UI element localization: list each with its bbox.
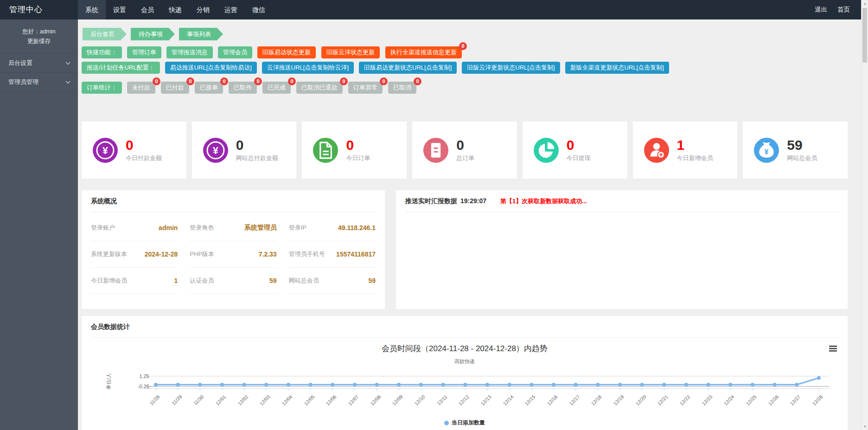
overview-cell: 认证会员59 — [190, 268, 276, 294]
order-stat-button[interactable]: 已取消已退款 — [296, 82, 343, 94]
chart-legend[interactable]: 当日添加数量 — [82, 419, 848, 427]
top-menu-item[interactable]: 分销 — [189, 0, 217, 19]
breadcrumb: 后台首页待办事项事项列表 — [83, 28, 847, 40]
note-icon — [423, 138, 448, 163]
order-stats-label: 订单统计： — [82, 82, 122, 94]
chevron-down-icon — [65, 78, 70, 85]
stat-card-label: 总订单 — [456, 154, 474, 162]
refresh-cache-link[interactable]: 更新缓存 — [0, 37, 78, 46]
legend-label: 当日添加数量 — [452, 419, 485, 427]
top-menu-item[interactable]: 会员 — [134, 0, 161, 19]
order-stat-button[interactable]: 未付款 — [127, 82, 155, 94]
stat-card-text: 59网站总会员 — [787, 138, 817, 163]
stat-card-label: 今日订单 — [346, 154, 370, 162]
sidebar-item[interactable]: 管理员管理 — [0, 72, 78, 92]
scroll-up-icon[interactable]: ▲ — [862, 2, 868, 5]
push-report-time: 19:29:07 — [460, 197, 486, 205]
overview-label: 登录IP — [289, 224, 306, 232]
divider — [405, 212, 838, 212]
stat-card-value: 1 — [677, 138, 713, 153]
count-badge: 0 — [414, 77, 421, 85]
overview-value: 49.118.246.1 — [338, 224, 376, 231]
quick-action-button[interactable]: 管理订单 — [127, 46, 161, 58]
page-scrollbar[interactable]: ▲ ▼ — [861, 0, 868, 430]
stat-card-value: 0 — [236, 138, 278, 153]
order-stat-button[interactable]: 已付款 — [161, 82, 189, 94]
overview-label: 系统更新版本 — [91, 250, 127, 258]
top-menu-item[interactable]: 设置 — [106, 0, 134, 19]
status-update-button[interactable]: 旧版易达状态更新 — [257, 46, 316, 58]
push-config-label: 推送/计划任务URL配置： — [82, 62, 160, 74]
quick-action-button[interactable]: 管理会员 — [218, 46, 252, 58]
copy-url-button[interactable]: 易达推送URL[点击复制给易达] — [165, 62, 257, 74]
breadcrumb-item[interactable]: 事项列表 — [179, 28, 223, 40]
push-report-panel: 推送实时汇报数据19:29:07第【1】次获取新数据获取成功... — [396, 190, 848, 309]
stat-card-value: 0 — [346, 138, 370, 153]
top-menu-item[interactable]: 运营 — [217, 0, 245, 19]
quick-action-button[interactable]: 管理推送消息 — [166, 46, 213, 58]
overview-value: admin — [159, 224, 178, 231]
overview-cell: 系统更新版本2024-12-28 — [91, 241, 178, 268]
topbar-link[interactable]: 退出 — [810, 0, 832, 19]
push-report-message: 第【1】次获取新数据获取成功... — [500, 198, 587, 205]
panels-row: 系统概况 登录账户admin登录角色系统管理员登录IP49.118.246.1系… — [82, 190, 848, 309]
overview-label: 网站总会员 — [289, 276, 319, 285]
copy-url-button[interactable]: 旧版易达更新状态URL[点击复制] — [359, 62, 457, 74]
sidebar-item[interactable]: 后台设置 — [0, 53, 78, 72]
copy-url-button[interactable]: 新版全渠道更新状态URL[点击复制] — [565, 62, 669, 74]
stat-card: 0今日订单 — [302, 122, 407, 179]
overview-value: 59 — [368, 277, 376, 284]
top-menu: 系统设置会员快递分销运营微信 — [78, 0, 273, 19]
overview-value: 系统管理员 — [244, 224, 277, 232]
orange-button-wrap: 旧版云洋状态更新 — [321, 46, 380, 58]
order-stat-button[interactable]: 已接单 — [195, 82, 223, 94]
legend-marker-icon — [444, 421, 449, 425]
sidebar-user-block: 您好：admin 更新缓存 — [0, 19, 78, 53]
svg-text:-0.25: -0.25 — [138, 384, 149, 389]
svg-text:单位/人: 单位/人 — [106, 373, 111, 390]
trend-chart: 1.25-0.25单位/人11/2811/2911/3012/0112/0212… — [82, 370, 848, 430]
stat-card-label: 网站总付款金额 — [236, 154, 278, 162]
svg-text:¥: ¥ — [102, 145, 108, 156]
stat-card-text: 0今日订单 — [346, 138, 370, 163]
breadcrumb-item[interactable]: 后台首页 — [83, 28, 127, 40]
top-menu-item[interactable]: 微信 — [245, 0, 273, 19]
scroll-down-icon[interactable]: ▼ — [862, 425, 868, 428]
pie-icon — [534, 138, 559, 163]
order-stat-button[interactable]: 订单异常 — [348, 82, 383, 94]
order-stat-button[interactable]: 已完成 — [262, 82, 291, 94]
stat-card: 0总订单 — [412, 122, 517, 179]
sidebar-item-label: 后台设置 — [8, 59, 32, 67]
status-update-button[interactable]: 旧版云洋状态更新 — [321, 46, 380, 58]
sidebar: 您好：admin 更新缓存 后台设置管理员管理 — [0, 19, 78, 430]
count-badge: 0 — [220, 77, 228, 85]
scrollbar-thumb[interactable] — [862, 8, 867, 63]
overview-cell: 管理员手机号15574116817 — [289, 241, 376, 268]
count-badge: 0 — [288, 77, 296, 85]
sidebar-item-label: 管理员管理 — [8, 78, 38, 86]
status-update-button[interactable]: 执行全渠道推送信息更新 — [385, 46, 462, 58]
stat-card-label: 今日新增会员 — [677, 154, 713, 162]
push-config-row: 推送/计划任务URL配置：易达推送URL[点击复制给易达]云洋推送URL[点击复… — [82, 62, 848, 74]
order-stat-button[interactable]: 已取件 — [229, 82, 257, 94]
order-stat-wrap: 未付款0 — [127, 82, 155, 94]
stat-card-text: 1今日新增会员 — [677, 138, 713, 163]
chart-title: 会员时间段（2024-11-28 - 2024-12-28）内趋势 — [82, 343, 848, 354]
top-menu-item[interactable]: 系统 — [78, 0, 106, 19]
overview-label: 认证会员 — [190, 276, 214, 285]
stat-card-value: 0 — [567, 138, 591, 153]
stat-card-text: 0总订单 — [456, 138, 474, 163]
copy-url-button[interactable]: 旧版云洋更新状态URL[点击复制] — [462, 62, 560, 74]
top-menu-item[interactable]: 快递 — [161, 0, 189, 19]
overview-label: 登录账户 — [91, 224, 115, 232]
count-badge: 0 — [459, 42, 467, 50]
topbar-link[interactable]: 首页 — [832, 0, 855, 19]
copy-url-button[interactable]: 云洋推送URL[点击复制给云洋] — [262, 62, 354, 74]
order-stat-wrap: 已取消已退款0 — [296, 82, 343, 94]
stat-cards: ¥0今日付款金额¥0网站总付款金额0今日订单0总订单0今日提现1今日新增会员¥5… — [82, 122, 848, 179]
stat-card: ¥0今日付款金额 — [82, 122, 186, 179]
orange-button-wrap: 旧版易达状态更新 — [257, 46, 316, 58]
breadcrumb-item[interactable]: 待办事项 — [131, 28, 175, 40]
chart-menu-icon[interactable] — [829, 346, 837, 353]
order-stat-button[interactable]: 已取消 — [388, 82, 416, 94]
